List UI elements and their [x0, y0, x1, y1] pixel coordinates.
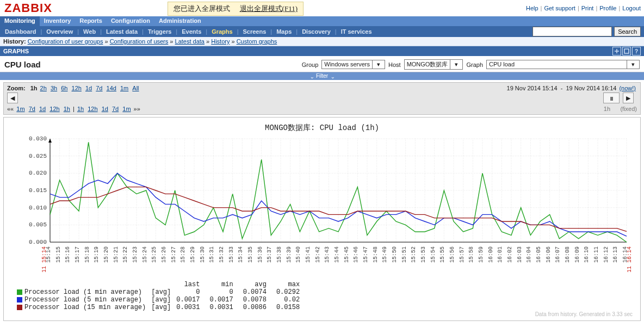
- sub-tab-screens[interactable]: Screens: [240, 27, 270, 36]
- graph-select[interactable]: CPU load ▾: [486, 60, 640, 69]
- svg-text:19.11 16:14: 19.11 16:14: [627, 246, 632, 272]
- main-tabs: MonitoringInventoryReportsConfigurationA…: [0, 16, 644, 26]
- fixed-label: (fixed): [620, 106, 637, 112]
- breadcrumb-link[interactable]: Configuration of user groups: [28, 38, 103, 45]
- zoom-link-7d[interactable]: 7d: [112, 106, 119, 112]
- legend-row: Processor load (5 min average)[avg]0.001…: [17, 296, 309, 304]
- legend-row: Processor load (1 min average)[avg]000.0…: [17, 288, 309, 296]
- page-title: CPU load: [4, 60, 41, 69]
- zoom-link-7d[interactable]: 7d: [96, 85, 102, 91]
- chevron-up-icon: ⌃: [331, 72, 335, 80]
- sub-tab-graphs[interactable]: Graphs: [208, 27, 236, 36]
- add-icon[interactable]: [612, 47, 621, 55]
- zoom-link-1d[interactable]: 1d: [85, 85, 92, 91]
- header-link-print[interactable]: Print: [581, 5, 594, 11]
- zoom-link-1m[interactable]: 1m: [16, 106, 24, 112]
- svg-text:16:13: 16:13: [612, 246, 618, 263]
- zoom-link-1d[interactable]: 1d: [102, 106, 108, 112]
- fullscreen-icon[interactable]: [622, 47, 631, 55]
- zoom-link-14d[interactable]: 14d: [107, 85, 116, 91]
- breadcrumb-link[interactable]: History: [211, 38, 230, 45]
- svg-text:15:20: 15:20: [103, 246, 109, 263]
- sub-tab-triggers[interactable]: Triggers: [145, 27, 175, 36]
- zoom-link-1m[interactable]: 1m: [120, 85, 128, 91]
- svg-text:0.025: 0.025: [29, 153, 47, 159]
- svg-text:16:10: 16:10: [584, 246, 590, 263]
- svg-text:0.020: 0.020: [29, 170, 47, 176]
- breadcrumb-link[interactable]: Latest data: [175, 38, 205, 45]
- header-link-logout[interactable]: Logout: [622, 5, 641, 11]
- svg-text:0.015: 0.015: [29, 187, 47, 194]
- svg-text:15:33: 15:33: [228, 246, 234, 263]
- sub-tab-discovery[interactable]: Discovery: [299, 27, 334, 36]
- history-bar: History: Configuration of user groups » …: [0, 37, 644, 46]
- graph-select-value: CPU load: [487, 60, 627, 69]
- svg-rect-0: [624, 49, 629, 53]
- zoom-link-All[interactable]: All: [132, 85, 139, 91]
- sub-tab-maps[interactable]: Maps: [273, 27, 295, 36]
- zoom-link-2h[interactable]: 2h: [40, 85, 47, 91]
- zoom-link-1h[interactable]: 1h: [64, 106, 70, 112]
- svg-text:15:28: 15:28: [180, 246, 186, 263]
- header-link-get-support[interactable]: Get support: [544, 5, 575, 11]
- svg-text:15:16: 15:16: [65, 246, 71, 263]
- svg-text:16:07: 16:07: [555, 246, 561, 263]
- filter-toggle[interactable]: ⌃ Filter ⌃: [0, 72, 644, 80]
- nav-fwd-marker: »»: [132, 106, 140, 112]
- main-tab-configuration[interactable]: Configuration: [107, 16, 154, 26]
- sub-tab-overview[interactable]: Overview: [43, 27, 76, 36]
- zoom-link-12h[interactable]: 12h: [72, 85, 82, 91]
- breadcrumb-link[interactable]: Custom graphs: [237, 38, 277, 45]
- svg-text:16:09: 16:09: [574, 246, 580, 263]
- search-input[interactable]: [532, 27, 612, 36]
- svg-text:15:54: 15:54: [430, 246, 436, 263]
- svg-text:15:19: 15:19: [94, 246, 100, 263]
- chevron-down-icon[interactable]: ▾: [450, 60, 462, 69]
- search-button[interactable]: Search: [614, 27, 641, 36]
- zoom-link-7d[interactable]: 7d: [29, 106, 35, 112]
- svg-text:15:46: 15:46: [353, 246, 359, 263]
- svg-text:15:38: 15:38: [276, 246, 282, 263]
- main-tab-monitoring[interactable]: Monitoring: [0, 16, 40, 26]
- main-tab-inventory[interactable]: Inventory: [40, 16, 76, 26]
- chevron-down-icon[interactable]: ▾: [372, 60, 385, 69]
- nav-right-button[interactable]: ▶: [623, 92, 634, 103]
- exit-fullscreen-link[interactable]: 退出全屏模式(F11): [240, 4, 298, 13]
- zoom-link-1m[interactable]: 1m: [122, 106, 131, 112]
- now-link[interactable]: (now!): [619, 85, 636, 91]
- svg-text:15:50: 15:50: [392, 246, 398, 263]
- zoom-link-6h[interactable]: 6h: [61, 85, 67, 91]
- logo: ZABBIX: [0, 1, 57, 15]
- help-icon[interactable]: ?: [632, 47, 641, 55]
- zoom-link-1d[interactable]: 1d: [39, 106, 46, 112]
- main-tab-administration[interactable]: Administration: [154, 16, 206, 26]
- svg-text:16:04: 16:04: [526, 246, 532, 263]
- main-tab-reports[interactable]: Reports: [75, 16, 107, 26]
- header-link-help[interactable]: Help: [526, 5, 538, 11]
- chart-plot: 0.0000.0050.0100.0150.0200.0250.03015:14…: [12, 136, 632, 272]
- zoom-link-1h[interactable]: 1h: [77, 106, 84, 112]
- range-from: 19 Nov 2014 15:14: [507, 85, 558, 91]
- zoom-link-12h[interactable]: 12h: [49, 106, 59, 112]
- svg-text:15:29: 15:29: [190, 246, 196, 263]
- zoom-link-3h[interactable]: 3h: [51, 85, 57, 91]
- zoom-link-12h[interactable]: 12h: [88, 106, 97, 112]
- host-select[interactable]: MONGO数据库 ▾: [404, 59, 463, 70]
- header-link-profile[interactable]: Profile: [599, 5, 616, 11]
- sub-tab-web[interactable]: Web: [80, 27, 99, 36]
- sub-tab-dashboard[interactable]: Dashboard: [2, 27, 39, 36]
- chart-title: MONGO数据库: CPU load (1h): [7, 123, 637, 133]
- sub-tab-latest-data[interactable]: Latest data: [103, 27, 141, 36]
- sub-tab-events[interactable]: Events: [178, 27, 205, 36]
- breadcrumb-link[interactable]: Configuration of users: [110, 38, 169, 45]
- group-select[interactable]: Windows servers ▾: [321, 60, 385, 69]
- svg-text:15:55: 15:55: [439, 246, 445, 263]
- svg-text:15:22: 15:22: [122, 246, 128, 263]
- section-bar: GRAPHS ?: [0, 46, 644, 56]
- nav-left-button[interactable]: ◀: [7, 92, 18, 103]
- chevron-down-icon[interactable]: ▾: [627, 60, 639, 69]
- svg-text:15:36: 15:36: [257, 246, 263, 263]
- nav-scroll-icon[interactable]: ||||||: [603, 92, 620, 103]
- sub-tab-it-services[interactable]: IT services: [338, 27, 375, 36]
- section-title: GRAPHS: [3, 48, 29, 54]
